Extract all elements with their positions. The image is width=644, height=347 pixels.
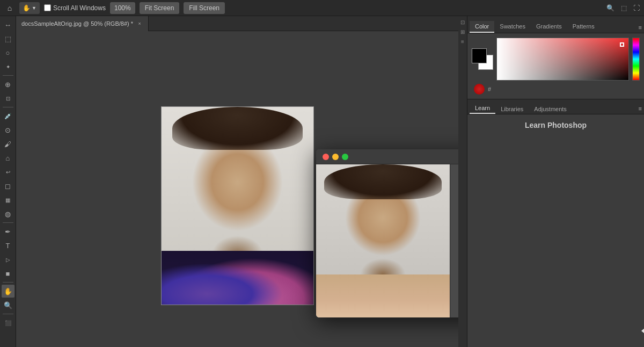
gradient-picker-bg bbox=[497, 38, 628, 80]
left-toolbar: ↔ ⬚ ○ ✦ ⊕ ⊡ 💉 ⊙ 🖌 ⌂ ↩ ◻ ▦ ◍ ✒ T ▷ ■ ✋ 🔍 … bbox=[0, 16, 16, 347]
learn-panel-tabs: Learn Libraries Adjustments ≡ bbox=[467, 99, 644, 114]
color-swatch-small[interactable] bbox=[474, 84, 485, 95]
eyedropper-icon[interactable]: 💉 bbox=[2, 110, 14, 122]
hue-slider[interactable] bbox=[632, 38, 640, 81]
search-icon[interactable]: 🔍 bbox=[606, 4, 614, 12]
dialog-titlebar: Image Size bbox=[316, 149, 458, 164]
canvas-area: docsSampleAltOrig.jpg @ 50% (RGB/8#) * ×… bbox=[16, 16, 458, 347]
color-gradient-picker[interactable] bbox=[496, 38, 629, 81]
toolbar-divider-5 bbox=[3, 314, 13, 314]
dialog-settings: Image Size: 2,52M (was 5,82M) ⚙ Dimensio… bbox=[450, 164, 458, 317]
type-tool-icon[interactable]: T bbox=[2, 239, 14, 252]
selection-tool-icon[interactable]: ⬚ bbox=[2, 32, 14, 45]
scroll-windows-checkbox[interactable] bbox=[44, 4, 51, 11]
image-size-dialog[interactable]: Image Size Image Size: 2,52M (was 5,82M)… bbox=[316, 149, 458, 317]
hex-input-row: # bbox=[472, 84, 640, 95]
dialog-body: Image Size: 2,52M (was 5,82M) ⚙ Dimensio… bbox=[316, 164, 458, 317]
main-photo-face bbox=[162, 107, 313, 305]
learn-panel-menu-icon[interactable]: ≡ bbox=[639, 105, 642, 114]
tab-bar: docsSampleAltOrig.jpg @ 50% (RGB/8#) * × bbox=[16, 16, 458, 31]
mini-icon-2[interactable]: ⊞ bbox=[459, 28, 466, 35]
tab-learn[interactable]: Learn bbox=[470, 103, 495, 114]
tab-close-button[interactable]: × bbox=[136, 20, 143, 27]
tab-color[interactable]: Color bbox=[470, 21, 494, 33]
clone-stamp-icon[interactable]: ⌂ bbox=[2, 151, 14, 164]
hash-symbol: # bbox=[488, 86, 491, 92]
dialog-preview-photo bbox=[316, 164, 450, 317]
dialog-close-btn[interactable] bbox=[323, 154, 329, 160]
fg-bg-color-swatches[interactable] bbox=[472, 48, 493, 70]
panel-menu-icon[interactable]: ≡ bbox=[639, 24, 642, 33]
fit-screen-button[interactable]: Fit Screen bbox=[140, 2, 180, 14]
spot-heal-icon[interactable]: ⊙ bbox=[2, 124, 14, 136]
hand-tool-icon[interactable]: ✋ bbox=[2, 285, 14, 298]
mini-icon-1[interactable]: ⊡ bbox=[459, 18, 466, 26]
tab-swatches[interactable]: Swatches bbox=[494, 21, 531, 33]
frame-tool-icon[interactable]: ⊡ bbox=[2, 92, 14, 105]
brush-tool-icon[interactable]: 🖌 bbox=[2, 138, 14, 150]
foreground-color-swatch[interactable] bbox=[472, 48, 487, 63]
app-layout: ↔ ⬚ ○ ✦ ⊕ ⊡ 💉 ⊙ 🖌 ⌂ ↩ ◻ ▦ ◍ ✒ T ▷ ■ ✋ 🔍 … bbox=[0, 16, 644, 347]
home-icon[interactable]: ⌂ bbox=[4, 3, 15, 13]
right-mini-strip: ⊡ ⊞ ≡ bbox=[458, 16, 467, 347]
fill-screen-button[interactable]: Fill Screen bbox=[184, 2, 225, 14]
scroll-windows-checkbox-label[interactable]: Scroll All Windows bbox=[44, 4, 106, 12]
tab-patterns[interactable]: Patterns bbox=[567, 21, 600, 33]
dialog-title: Image Size bbox=[352, 153, 458, 161]
gradient-tool-icon[interactable]: ▦ bbox=[2, 193, 14, 206]
top-bar: ⌂ ✋ ▼ Scroll All Windows 100% Fit Screen… bbox=[0, 0, 644, 16]
mini-icon-3[interactable]: ≡ bbox=[459, 38, 466, 45]
main-photo bbox=[161, 106, 314, 305]
toolbar-divider-1 bbox=[3, 75, 13, 76]
crop-tool-icon[interactable]: ⊕ bbox=[2, 78, 14, 91]
document-tab-label: docsSampleAltOrig.jpg @ 50% (RGB/8#) * bbox=[21, 20, 133, 27]
tab-adjustments[interactable]: Adjustments bbox=[529, 104, 572, 114]
dialog-maximize-btn[interactable] bbox=[342, 154, 348, 160]
dialog-preview bbox=[316, 164, 450, 317]
right-panel: Color Swatches Gradients Patterns ≡ bbox=[467, 16, 644, 347]
toolbar-divider-4 bbox=[3, 282, 13, 283]
foreground-bg-icon[interactable]: ⬛ bbox=[2, 316, 14, 329]
lasso-tool-icon[interactable]: ○ bbox=[2, 46, 14, 59]
tab-libraries[interactable]: Libraries bbox=[495, 104, 529, 114]
color-picker-area: # bbox=[467, 33, 644, 99]
color-panel-tabs: Color Swatches Gradients Patterns ≡ bbox=[467, 16, 644, 33]
tool-dropdown-arrow: ▼ bbox=[32, 5, 36, 11]
eraser-tool-icon[interactable]: ◻ bbox=[2, 179, 14, 192]
maximize-icon[interactable]: ⛶ bbox=[633, 4, 640, 12]
toolbar-divider-2 bbox=[3, 107, 13, 107]
tab-gradients[interactable]: Gradients bbox=[531, 21, 567, 33]
learn-title: Learn Photoshop bbox=[525, 121, 587, 129]
quick-select-icon[interactable]: ✦ bbox=[2, 60, 14, 73]
scroll-windows-label: Scroll All Windows bbox=[53, 4, 106, 12]
zoom-level-button[interactable]: 100% bbox=[110, 2, 135, 14]
zoom-tool-icon[interactable]: 🔍 bbox=[2, 299, 14, 312]
move-tool-icon[interactable]: ↔ bbox=[2, 18, 14, 31]
shape-tool-icon[interactable]: ■ bbox=[2, 267, 14, 280]
history-brush-icon[interactable]: ↩ bbox=[2, 165, 14, 178]
blur-tool-icon[interactable]: ◍ bbox=[2, 207, 14, 220]
dialog-face bbox=[316, 164, 450, 317]
hand-tool-icon: ✋ bbox=[23, 4, 31, 12]
path-select-icon[interactable]: ▷ bbox=[2, 253, 14, 266]
window-arrange-icon[interactable]: ⬚ bbox=[621, 4, 627, 12]
learn-content-area: Learn Photoshop bbox=[467, 114, 644, 136]
document-tab[interactable]: docsSampleAltOrig.jpg @ 50% (RGB/8#) * × bbox=[16, 16, 149, 31]
toolbar-divider-3 bbox=[3, 222, 13, 223]
dialog-minimize-btn[interactable] bbox=[332, 154, 339, 160]
pen-tool-icon[interactable]: ✒ bbox=[2, 225, 14, 238]
hue-slider-indicator bbox=[641, 328, 644, 334]
tool-selector[interactable]: ✋ ▼ bbox=[19, 2, 40, 14]
